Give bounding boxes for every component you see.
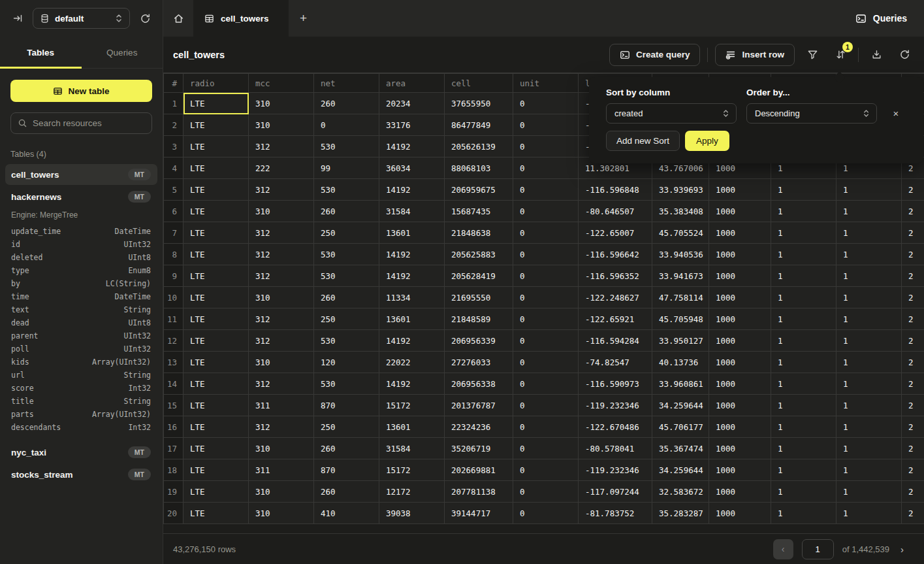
grid-cell[interactable]: 250 (314, 222, 379, 244)
grid-cell[interactable]: 0 (513, 459, 579, 481)
grid-cell[interactable]: 0 (513, 244, 579, 265)
grid-cell[interactable]: 13601 (379, 308, 445, 330)
grid-cell[interactable]: 206959675 (445, 179, 513, 201)
column-header-unit[interactable]: unit (513, 74, 579, 93)
grid-cell[interactable]: 22324236 (445, 416, 513, 438)
grid-cell[interactable]: 2 (902, 308, 924, 330)
grid-cell[interactable]: 1000 (709, 373, 771, 395)
sort-column-select[interactable]: created (606, 103, 737, 124)
grid-cell[interactable]: -116.596352 (579, 265, 652, 287)
grid-cell[interactable]: 2 (902, 481, 924, 503)
grid-cell[interactable]: 34.259644 (652, 395, 709, 416)
grid-cell[interactable]: 0 (513, 136, 579, 158)
grid-cell[interactable]: LTE (183, 265, 249, 287)
grid-cell[interactable]: 310 (249, 438, 314, 459)
grid-cell[interactable]: 1000 (709, 438, 771, 459)
grid-cell[interactable]: 410 (314, 503, 379, 524)
database-selector[interactable]: default (33, 8, 130, 29)
filter-icon[interactable] (802, 44, 823, 65)
row-number[interactable]: 5 (164, 179, 183, 201)
grid-cell[interactable]: 1000 (709, 222, 771, 244)
grid-cell[interactable]: LTE (183, 416, 249, 438)
grid-cell[interactable]: 1000 (709, 308, 771, 330)
search-input[interactable] (33, 118, 148, 128)
row-number[interactable]: 12 (164, 330, 183, 352)
grid-cell[interactable]: 14192 (379, 265, 445, 287)
grid-cell[interactable]: LTE (183, 222, 249, 244)
grid-cell[interactable]: 207781138 (445, 481, 513, 503)
row-number[interactable]: 10 (164, 287, 183, 308)
grid-cell[interactable]: 35.283287 (652, 503, 709, 524)
grid-cell[interactable]: 1000 (709, 481, 771, 503)
grid-cell[interactable]: 0 (513, 373, 579, 395)
grid-cell[interactable]: 205625883 (445, 244, 513, 265)
row-number[interactable]: 15 (164, 395, 183, 416)
grid-cell[interactable]: 40.13736 (652, 352, 709, 373)
grid-cell[interactable]: 14192 (379, 136, 445, 158)
new-table-button[interactable]: New table (10, 80, 152, 102)
row-number[interactable]: 19 (164, 481, 183, 503)
grid-cell[interactable]: 312 (249, 244, 314, 265)
grid-cell[interactable]: 15687435 (445, 201, 513, 222)
grid-cell[interactable]: 310 (249, 481, 314, 503)
column-header-mcc[interactable]: mcc (249, 74, 314, 93)
refresh-connection-icon[interactable] (135, 8, 155, 28)
grid-cell[interactable]: 1 (836, 201, 902, 222)
grid-cell[interactable]: 530 (314, 179, 379, 201)
grid-cell[interactable]: 1 (836, 330, 902, 352)
prev-page-button[interactable]: ‹ (773, 539, 793, 559)
grid-cell[interactable]: LTE (183, 395, 249, 416)
grid-cell[interactable]: 2 (902, 416, 924, 438)
grid-cell[interactable]: 310 (249, 503, 314, 524)
grid-cell[interactable]: 310 (249, 287, 314, 308)
download-icon[interactable] (866, 44, 887, 65)
grid-cell[interactable]: 205626139 (445, 136, 513, 158)
next-page-button[interactable]: › (898, 541, 906, 557)
queries-button[interactable]: Queries (855, 0, 907, 37)
grid-cell[interactable]: LTE (183, 438, 249, 459)
grid-cell[interactable]: 1 (771, 287, 836, 308)
grid-cell[interactable]: 1 (771, 308, 836, 330)
grid-cell[interactable]: 310 (249, 93, 314, 114)
grid-cell[interactable]: LTE (183, 179, 249, 201)
grid-cell[interactable]: LTE (183, 373, 249, 395)
grid-cell[interactable]: 14192 (379, 373, 445, 395)
grid-cell[interactable]: 530 (314, 244, 379, 265)
grid-cell[interactable]: 1 (771, 373, 836, 395)
grid-cell[interactable]: 33.950127 (652, 330, 709, 352)
grid-cell[interactable]: -80.646507 (579, 201, 652, 222)
grid-cell[interactable]: 45.705524 (652, 222, 709, 244)
grid-cell[interactable]: -122.670486 (579, 416, 652, 438)
grid-cell[interactable]: 15172 (379, 395, 445, 416)
grid-cell[interactable]: 1000 (709, 459, 771, 481)
grid-cell[interactable]: 1 (836, 352, 902, 373)
grid-cell[interactable]: 1 (836, 503, 902, 524)
grid-cell[interactable]: 2 (902, 287, 924, 308)
add-new-sort-button[interactable]: Add new Sort (606, 131, 680, 151)
grid-cell[interactable]: 14192 (379, 330, 445, 352)
grid-cell[interactable]: 0 (513, 201, 579, 222)
grid-cell[interactable]: 310 (249, 201, 314, 222)
grid-cell[interactable]: -116.596642 (579, 244, 652, 265)
grid-cell[interactable]: 1 (771, 395, 836, 416)
grid-cell[interactable]: 2 (902, 395, 924, 416)
grid-cell[interactable]: 1000 (709, 330, 771, 352)
grid-cell[interactable]: 1 (836, 481, 902, 503)
sidebar-table-nyc_taxi[interactable]: nyc_taxiMT (5, 442, 157, 463)
grid-cell[interactable]: 34.259644 (652, 459, 709, 481)
grid-cell[interactable]: 2 (902, 179, 924, 201)
row-number[interactable]: 7 (164, 222, 183, 244)
grid-cell[interactable]: 35.367474 (652, 438, 709, 459)
grid-cell[interactable]: 35.383408 (652, 201, 709, 222)
grid-cell[interactable]: 0 (314, 114, 379, 136)
grid-cell[interactable]: 32.583672 (652, 481, 709, 503)
row-number[interactable]: 20 (164, 503, 183, 524)
grid-cell[interactable]: 0 (513, 352, 579, 373)
row-number[interactable]: 6 (164, 201, 183, 222)
row-number[interactable]: 2 (164, 114, 183, 136)
grid-cell[interactable]: LTE (183, 136, 249, 158)
grid-cell[interactable]: 2 (902, 244, 924, 265)
grid-cell[interactable]: LTE (183, 93, 249, 114)
grid-cell[interactable]: 1000 (709, 287, 771, 308)
grid-cell[interactable]: -74.82547 (579, 352, 652, 373)
